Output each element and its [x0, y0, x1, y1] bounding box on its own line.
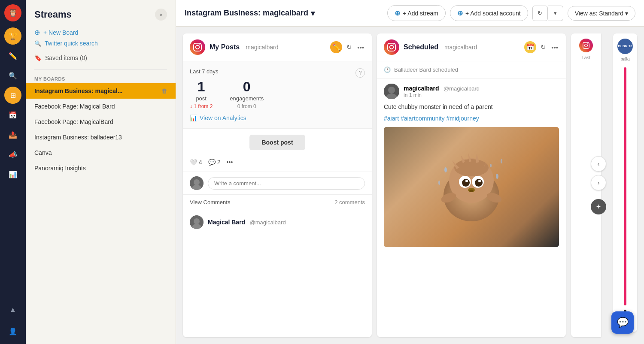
stats-row: 1 post ↓ 1 from 2 0 engagements 0 from 0 — [190, 80, 365, 109]
svg-point-31 — [490, 164, 492, 167]
delete-icon[interactable]: 🗑 — [161, 88, 167, 94]
app-logo: 🦉 — [4, 4, 21, 21]
engagements-change: 0 from 0 — [230, 103, 264, 109]
nav-trophy[interactable]: 🏆 — [4, 27, 21, 45]
board-label: Instagram Business: balladeer13 — [34, 134, 122, 141]
posts-count: 1 — [190, 80, 213, 94]
svg-point-19 — [462, 179, 470, 187]
clock-icon: 🕐 — [384, 66, 391, 73]
sched-text: Cute chubby monster in need of a parent — [384, 103, 559, 112]
stat-engagements: 0 engagements 0 from 0 — [230, 80, 264, 109]
nav-boards[interactable]: ⊞ — [4, 87, 21, 104]
svg-point-27 — [444, 167, 447, 172]
owl-icon: 🦉 — [8, 8, 18, 18]
instagram-partial-icon — [579, 39, 593, 52]
bar-chart-icon: 📊 — [190, 115, 197, 121]
nav-publish[interactable]: 📤 — [4, 126, 21, 143]
nav-megaphone[interactable]: 📣 — [4, 146, 21, 163]
ellipsis-icon: ••• — [227, 159, 233, 166]
more-scheduled-button[interactable]: ••• — [550, 43, 559, 52]
add-social-account-button[interactable]: ⊕ + Add social account — [450, 5, 528, 21]
sidebar-header: Streams « — [26, 0, 176, 25]
scheduled-by-label: Balladeer Bard scheduled — [394, 66, 458, 73]
post-actions-bar: Boost post — [183, 129, 372, 156]
next-stream-button[interactable]: › — [591, 175, 606, 190]
chat-icon: 💬 — [617, 317, 629, 328]
nav-compose[interactable]: ✏️ — [4, 47, 21, 64]
author-handle: @magicalbard — [250, 219, 286, 226]
sched-handle: @magicalbard — [444, 85, 480, 92]
nav-calendar[interactable]: 📅 — [4, 106, 21, 124]
new-board-link[interactable]: ⊕ + New Board — [34, 28, 167, 36]
twitter-search-label: Twitter quick search — [45, 40, 98, 47]
add-stream-label: + Add stream — [403, 10, 438, 17]
add-stream-button[interactable]: ⊕ + Add stream — [387, 5, 446, 21]
board-item-instagram-magical[interactable]: Instagram Business: magical... 🗑 — [26, 83, 176, 99]
view-analytics-link[interactable]: 📊 View on Analytics — [190, 115, 365, 121]
svg-point-30 — [438, 181, 440, 185]
my-boards-label: MY BOARDS — [26, 73, 176, 83]
sched-author-info: magicalbard @magicalbard in 1 min — [404, 84, 480, 98]
boost-post-button[interactable]: Boost post — [249, 135, 305, 150]
add-stream-circle-button[interactable]: + — [591, 199, 606, 214]
stream-header-actions: ✏️ ↻ ••• — [330, 41, 365, 53]
main-content: Instagram Business: magicalbard ▾ ⊕ + Ad… — [176, 0, 644, 344]
board-item-facebook-magicalbard[interactable]: Facebook Page: MagicalBard — [26, 114, 176, 130]
more-options-button[interactable]: ••• — [356, 43, 365, 52]
comments-item[interactable]: 💬 2 — [208, 159, 221, 166]
board-title-area[interactable]: Instagram Business: magicalbard ▾ — [185, 9, 315, 18]
right-username: balla — [620, 57, 629, 61]
nav-user[interactable]: 👤 — [4, 323, 21, 340]
new-board-label: + New Board — [43, 29, 78, 36]
stream-scheduled-title: Scheduled — [404, 43, 438, 51]
board-item-facebook-magical-bard[interactable]: Facebook Page: Magical Bard — [26, 99, 176, 114]
posts-label: post — [190, 95, 213, 102]
refresh-dropdown-button[interactable]: ▾ — [548, 6, 563, 21]
svg-point-24 — [469, 190, 474, 192]
divider — [34, 69, 167, 69]
refresh-stream-button[interactable]: ↻ — [346, 42, 353, 52]
stream-scheduled-header: Scheduled magicalbard 📅 ↻ ••• — [377, 33, 566, 61]
stream-my-posts: My Posts magicalbard ✏️ ↻ ••• Last 7 day… — [183, 33, 372, 337]
chat-button[interactable]: 💬 — [611, 311, 634, 334]
plus-icon: ⊕ — [457, 9, 463, 17]
collapse-button[interactable]: « — [155, 9, 167, 21]
help-icon[interactable]: ? — [355, 68, 365, 78]
edit-stream-button[interactable]: ✏️ — [330, 41, 342, 53]
svg-point-28 — [496, 174, 498, 179]
right-side-panel: BLDR 13 balla — [613, 33, 637, 332]
engagement-row: 🤍 4 💬 2 ••• — [183, 156, 372, 172]
board-item-instagram-balladeer[interactable]: Instagram Business: balladeer13 — [26, 130, 176, 145]
stream-my-posts-header: My Posts magicalbard ✏️ ↻ ••• — [183, 33, 372, 61]
instagram-scheduled-icon — [384, 39, 399, 55]
likes-item[interactable]: 🤍 4 — [190, 159, 202, 166]
refresh-group: ↻ ▾ — [532, 6, 563, 21]
calendar-button[interactable]: 📅 — [524, 41, 536, 53]
board-item-panoramiq[interactable]: Panoramiq Insights — [26, 160, 176, 176]
refresh-scheduled-button[interactable]: ↻ — [540, 42, 547, 52]
sched-name: magicalbard — [404, 85, 439, 92]
prev-stream-button[interactable]: ‹ — [591, 156, 606, 172]
twitter-search-link[interactable]: 🔍 Twitter quick search — [34, 40, 167, 47]
view-comments-link[interactable]: View Comments — [190, 199, 230, 205]
saved-items-label: Saved items (0) — [45, 54, 87, 61]
board-label: Instagram Business: magical... — [34, 88, 122, 94]
refresh-button[interactable]: ↻ — [532, 6, 548, 21]
sidebar: Streams « ⊕ + New Board 🔍 Twitter quick … — [26, 0, 176, 344]
search-icon: 🔍 — [34, 40, 41, 47]
sidebar-title: Streams — [34, 9, 72, 20]
nav-search[interactable]: 🔍 — [4, 67, 21, 84]
comment-input[interactable] — [208, 177, 365, 190]
sched-author: magicalbard @magicalbard in 1 min — [384, 84, 559, 99]
more-engagement-button[interactable]: ••• — [227, 159, 233, 166]
stream-my-posts-subtitle: magicalbard — [246, 44, 278, 51]
saved-items[interactable]: 🔖 Saved items (0) — [26, 50, 176, 66]
board-item-canva[interactable]: Canva — [26, 145, 176, 160]
view-as-button[interactable]: View as: Standard ▾ — [568, 6, 635, 21]
nav-analytics[interactable]: 📊 — [4, 166, 21, 183]
nav-caret-up[interactable]: ▲ — [4, 301, 21, 318]
comment-box — [183, 172, 372, 195]
comments-total: 2 comments — [334, 199, 365, 205]
author-info: Magical Bard @magicalbard — [208, 218, 286, 226]
add-social-label: + Add social account — [465, 10, 521, 17]
